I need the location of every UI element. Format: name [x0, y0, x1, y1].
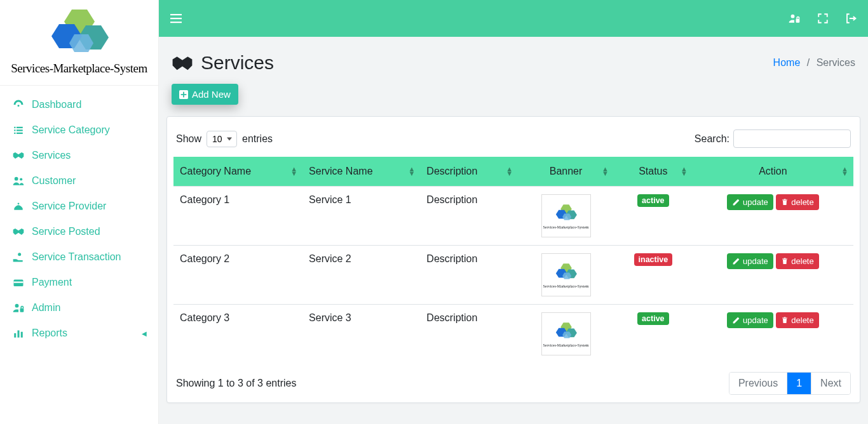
- sidebar-item-admin[interactable]: Admin: [0, 295, 158, 321]
- credit-card-icon: [11, 277, 25, 288]
- sidebar-item-payment[interactable]: Payment: [0, 270, 158, 295]
- svg-rect-17: [20, 308, 24, 312]
- svg-rect-25: [796, 19, 800, 23]
- sidebar-item-label: Service Category: [32, 124, 110, 136]
- sort-icon: ▲▼: [408, 167, 415, 176]
- banner-thumbnail: Services-Marketplace-System: [541, 312, 591, 355]
- dashboard-icon: [11, 99, 25, 110]
- svg-rect-15: [14, 282, 24, 283]
- cell-service: Service 3: [302, 305, 420, 364]
- breadcrumb-home[interactable]: Home: [773, 57, 801, 68]
- cell-action: update delete: [693, 187, 853, 246]
- status-badge: inactive: [634, 253, 673, 266]
- sidebar-item-service-provider[interactable]: Service Provider: [0, 194, 158, 219]
- col-description[interactable]: Description▲▼: [420, 157, 518, 187]
- handshake-icon: [11, 150, 25, 161]
- pagination: Previous 1 Next: [729, 372, 851, 395]
- expand-icon[interactable]: [817, 13, 829, 24]
- sort-icon: ▲▼: [506, 167, 513, 176]
- topbar: [159, 0, 868, 37]
- chart-icon: [11, 328, 25, 339]
- sidebar-item-services[interactable]: Services: [0, 143, 158, 168]
- chevron-left-icon: ◀: [142, 330, 147, 337]
- sidebar-item-service-posted[interactable]: Service Posted: [0, 219, 158, 244]
- table-row: Category 1Service 1DescriptionServices-M…: [173, 187, 853, 246]
- update-button[interactable]: update: [727, 312, 773, 328]
- banner-thumbnail: Services-Marketplace-System: [541, 253, 591, 296]
- svg-rect-19: [18, 331, 20, 338]
- search-label: Search:: [695, 133, 729, 145]
- cell-category: Category 2: [173, 246, 302, 305]
- add-new-button[interactable]: Add New: [172, 84, 238, 105]
- svg-rect-20: [21, 332, 23, 338]
- table-row: Category 2Service 2DescriptionServices-M…: [173, 246, 853, 305]
- search-wrap: Search:: [695, 129, 851, 148]
- handshake-icon: [11, 226, 25, 237]
- edit-icon: [732, 198, 740, 206]
- cell-banner: Services-Marketplace-System: [518, 246, 614, 305]
- sidebar-item-customer[interactable]: Customer: [0, 168, 158, 194]
- update-button[interactable]: update: [727, 253, 773, 269]
- sidebar-item-dashboard[interactable]: Dashboard: [0, 92, 158, 117]
- breadcrumb-sep: /: [807, 57, 810, 68]
- update-button[interactable]: update: [727, 194, 773, 210]
- cell-status: inactive: [614, 246, 693, 305]
- delete-button[interactable]: delete: [776, 253, 818, 269]
- col-banner[interactable]: Banner▲▼: [518, 157, 614, 187]
- search-input[interactable]: [733, 129, 851, 148]
- col-service[interactable]: Service Name▲▼: [302, 157, 420, 187]
- sort-icon: ▲▼: [290, 167, 297, 176]
- table-card: Show 10 entries Search:: [166, 116, 860, 403]
- logout-icon[interactable]: [845, 13, 857, 24]
- trash-icon: [781, 316, 789, 324]
- cell-banner: Services-Marketplace-System: [518, 187, 614, 246]
- sidebar-item-label: Service Transaction: [32, 251, 121, 263]
- cell-service: Service 1: [302, 187, 420, 246]
- svg-rect-9: [14, 133, 15, 134]
- sidebar-item-reports[interactable]: Reports ◀: [0, 321, 158, 346]
- entries-select[interactable]: 10: [207, 131, 237, 147]
- cell-description: Description: [420, 246, 518, 305]
- cell-action: update delete: [693, 246, 853, 305]
- add-new-label: Add New: [192, 89, 231, 100]
- logo[interactable]: Services-Marketplace-System: [0, 0, 158, 86]
- sidebar-item-label: Dashboard: [32, 99, 81, 110]
- user-lock-icon: [11, 302, 25, 314]
- logo-icon: [41, 6, 118, 60]
- breadcrumb-current: Services: [817, 57, 855, 68]
- menu-toggle-icon[interactable]: [170, 13, 182, 23]
- user-lock-top-icon[interactable]: [788, 13, 801, 24]
- sidebar: Services-Marketplace-System Dashboard Se…: [0, 0, 159, 424]
- sidebar-item-label: Customer: [32, 175, 76, 187]
- sidebar-item-service-transaction[interactable]: Service Transaction: [0, 244, 158, 270]
- svg-rect-21: [170, 14, 182, 15]
- svg-rect-22: [170, 18, 182, 19]
- col-action[interactable]: Action▲▼: [693, 157, 853, 187]
- col-category[interactable]: Category Name▲▼: [173, 157, 302, 187]
- hand-coin-icon: [11, 251, 25, 263]
- services-table: Category Name▲▼ Service Name▲▼ Descripti…: [173, 157, 853, 363]
- cell-description: Description: [420, 305, 518, 364]
- page-prev[interactable]: Previous: [729, 373, 787, 394]
- page-1[interactable]: 1: [787, 373, 811, 394]
- sidebar-item-label: Admin: [32, 302, 60, 314]
- sort-icon: ▲▼: [602, 167, 609, 176]
- sidebar-item-label: Services: [32, 150, 71, 161]
- svg-marker-32: [562, 214, 571, 220]
- col-status[interactable]: Status▲▼: [614, 157, 693, 187]
- hands-icon: [11, 201, 25, 212]
- page-next[interactable]: Next: [811, 373, 850, 394]
- handshake-icon: [172, 54, 193, 72]
- svg-point-13: [18, 253, 21, 256]
- delete-button[interactable]: delete: [776, 312, 818, 328]
- sidebar-item-service-category[interactable]: Service Category: [0, 117, 158, 143]
- svg-point-24: [791, 15, 795, 18]
- edit-icon: [732, 257, 740, 265]
- svg-rect-18: [14, 333, 16, 338]
- delete-button[interactable]: delete: [776, 194, 818, 210]
- breadcrumb: Home / Services: [773, 57, 855, 69]
- status-badge: active: [637, 194, 668, 207]
- cell-category: Category 1: [173, 187, 302, 246]
- svg-marker-40: [562, 332, 571, 338]
- svg-rect-7: [14, 129, 15, 131]
